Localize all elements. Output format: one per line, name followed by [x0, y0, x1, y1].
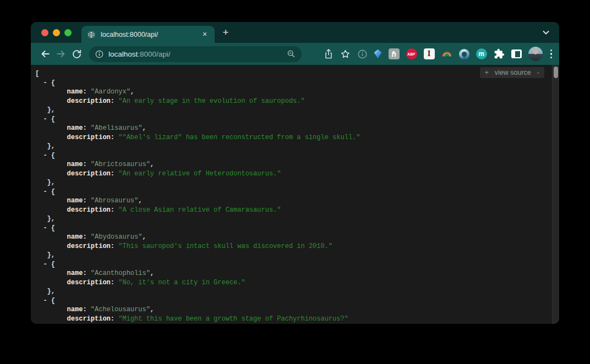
name-line: name: "Abrosaurus", — [35, 196, 559, 206]
rainbow-extension-icon[interactable] — [441, 51, 452, 57]
url-host: localhost — [108, 50, 138, 58]
forward-button[interactable] — [53, 46, 69, 62]
collapse-toggle[interactable]: - — [43, 115, 47, 123]
active-tab[interactable]: localhost:8000/api/ × — [81, 26, 215, 43]
tab-search-chevron-icon[interactable] — [542, 28, 550, 37]
object-close-line: }, — [35, 323, 559, 324]
object-close-line: }, — [35, 214, 559, 224]
back-button[interactable] — [37, 46, 53, 62]
zoom-level-icon[interactable] — [287, 49, 296, 58]
side-panel-icon[interactable] — [511, 49, 522, 58]
adblock-plus-extension-icon[interactable]: ABP — [406, 48, 417, 59]
description-line: description: "No, it's not a city in Gre… — [35, 278, 559, 288]
json-lines: [ - { name: "Aardonyx", description: "An… — [31, 65, 559, 324]
object-open-line: - { — [35, 260, 559, 269]
description-line: description: "A close Asian relative of … — [35, 206, 559, 215]
hypothesis-extension-icon[interactable]: ℏ — [389, 48, 400, 59]
name-line: name: "Aardonyx", — [35, 87, 559, 97]
description-line: description: "An early relative of Heter… — [35, 169, 559, 179]
reload-button[interactable] — [69, 46, 85, 62]
collapse-all-button[interactable]: - — [537, 69, 539, 76]
view-source-button[interactable]: view source — [495, 69, 531, 76]
object-open-line: - { — [35, 296, 559, 306]
collapse-toggle[interactable]: - — [43, 188, 47, 196]
description-line: description: "An early stage in the evol… — [35, 97, 559, 106]
expand-all-button[interactable]: + — [485, 69, 489, 76]
description-line: description: "This sauropod's intact sku… — [35, 242, 559, 251]
collapse-toggle[interactable]: - — [43, 261, 47, 268]
url-text: localhost:8000/api/ — [108, 50, 171, 58]
scrollbar-track[interactable] — [552, 65, 559, 324]
object-close-line: }, — [35, 106, 559, 115]
extension-info-icon[interactable] — [357, 49, 368, 59]
close-window-button[interactable] — [41, 29, 48, 36]
page-info-icon[interactable] — [95, 50, 103, 58]
tab-close-icon[interactable]: × — [200, 30, 209, 39]
gem-extension-icon[interactable] — [374, 49, 382, 58]
ring-extension-icon[interactable] — [459, 49, 469, 59]
instapaper-extension-icon[interactable]: I — [424, 48, 435, 59]
collapse-toggle[interactable]: - — [43, 297, 47, 305]
description-line: description: "Might this have been a gro… — [35, 315, 559, 324]
object-open-line: - { — [35, 187, 559, 197]
json-viewer-toolbar: + view source - — [480, 67, 544, 78]
extensions-puzzle-icon[interactable] — [494, 48, 505, 59]
profile-avatar[interactable] — [528, 47, 543, 61]
minimize-window-button[interactable] — [53, 29, 60, 36]
scrollbar-thumb[interactable] — [554, 67, 558, 78]
toolbar-right-group: ℏ ABP I m — [324, 47, 554, 61]
browser-toolbar: localhost:8000/api/ ℏ ABP I m — [31, 43, 559, 65]
object-close-line: }, — [35, 251, 559, 260]
address-bar[interactable]: localhost:8000/api/ — [89, 46, 302, 62]
collapse-toggle[interactable]: - — [43, 224, 47, 232]
page-content: + view source - [ - { name: "Aardonyx", … — [31, 65, 559, 324]
object-close-line: }, — [35, 287, 559, 296]
name-line: name: "Abrictosaurus", — [35, 160, 559, 169]
name-line: name: "Abelisaurus", — [35, 124, 559, 133]
name-line: name: "Abydosaurus", — [35, 233, 559, 242]
new-tab-button[interactable]: + — [218, 25, 233, 40]
collapse-toggle[interactable]: - — [43, 79, 47, 87]
tab-title: localhost:8000/api/ — [101, 31, 158, 38]
fullscreen-window-button[interactable] — [64, 29, 72, 36]
url-path: :8000/api/ — [138, 50, 170, 58]
description-line: description: ""Abel's lizard" has been r… — [35, 133, 559, 142]
object-open-line: - { — [35, 151, 559, 161]
object-open-line: - { — [35, 224, 559, 233]
globe-favicon-icon — [87, 30, 96, 39]
browser-window: localhost:8000/api/ × + localhost:8000/a… — [31, 22, 559, 324]
bookmark-star-icon[interactable] — [340, 49, 351, 59]
object-open-line: - { — [35, 79, 559, 88]
collapse-toggle[interactable]: - — [43, 152, 47, 159]
share-icon[interactable] — [324, 48, 334, 59]
traffic-lights — [41, 29, 72, 36]
mastodon-extension-icon[interactable]: m — [476, 48, 487, 59]
name-line: name: "Achelousaurus", — [35, 305, 559, 315]
browser-menu-icon[interactable] — [549, 48, 554, 60]
object-close-line: }, — [35, 178, 559, 187]
object-close-line: }, — [35, 142, 559, 151]
tab-strip: localhost:8000/api/ × + — [31, 22, 559, 43]
name-line: name: "Acanthopholis", — [35, 269, 559, 278]
object-open-line: - { — [35, 115, 559, 124]
